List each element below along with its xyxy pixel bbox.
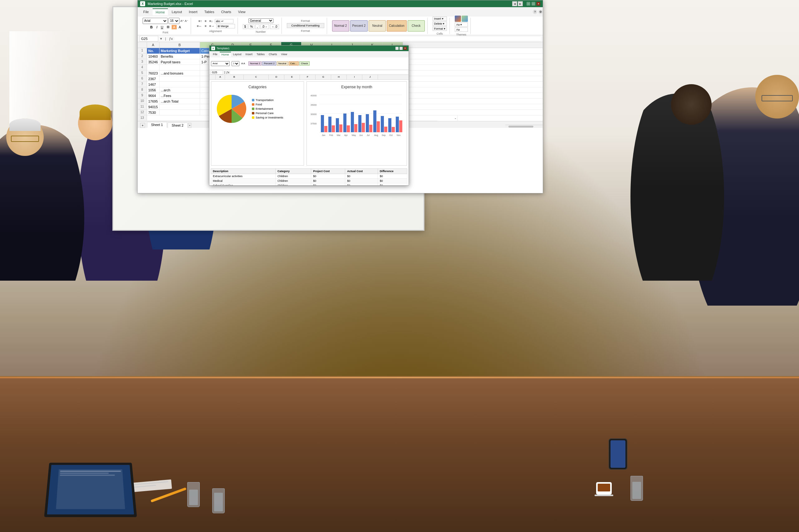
cell-cat-2[interactable]: Children — [275, 179, 311, 183]
themes-dropdown[interactable]: Aa ▾ — [455, 22, 468, 27]
minimize-btn[interactable]: ─ — [527, 2, 530, 6]
font-shrink[interactable]: A⁻ — [185, 19, 188, 22]
wrap-text[interactable]: abc ↵ — [215, 19, 234, 23]
cell-A12[interactable]: 7530 — [147, 110, 160, 115]
sec-fx[interactable]: ƒx — [226, 71, 230, 74]
formula-input[interactable] — [175, 37, 541, 40]
cell-actual-1[interactable]: $0 — [345, 174, 378, 179]
add-sheet-btn[interactable]: + — [140, 123, 145, 128]
sec-tab-home[interactable]: Home — [220, 52, 231, 57]
cell-desc-3[interactable]: School Supplies — [211, 183, 276, 186]
sec-col-J[interactable]: J — [362, 75, 378, 79]
cell-desc-2[interactable]: Medical — [211, 179, 276, 183]
cell-A8[interactable]: 1056 — [147, 87, 160, 93]
secondary-maximize[interactable]: □ — [399, 47, 403, 50]
col-header-B[interactable]: B — [160, 42, 200, 48]
increase-decimal[interactable]: .0→ — [260, 24, 269, 29]
sheet-tab-1[interactable]: Sheet 1 — [147, 122, 167, 128]
cell-proj-1[interactable]: $0 — [311, 174, 345, 179]
align-right[interactable]: ≡→ — [208, 24, 215, 28]
currency-btn[interactable]: $ — [243, 24, 248, 29]
sec-tab-charts[interactable]: Charts — [267, 52, 279, 56]
borders-btn[interactable]: ⊞ — [165, 25, 171, 29]
cell-L13[interactable]: - — [437, 115, 457, 121]
sec-cell-ref[interactable] — [211, 70, 223, 75]
sec-col-C[interactable]: C — [244, 75, 269, 79]
italic-btn[interactable]: I — [155, 25, 159, 29]
col-header-A[interactable]: A — [147, 42, 160, 48]
delete-cells-btn[interactable]: Delete ▾ — [433, 21, 447, 26]
sec-percent2[interactable]: Percent 2 — [262, 61, 276, 65]
maximize-btn[interactable]: □ — [531, 2, 535, 6]
cell-cat-1[interactable]: Children — [275, 174, 311, 179]
cell-cat-3[interactable]: Children — [275, 183, 311, 186]
tab-layout[interactable]: Layout — [168, 9, 185, 15]
sec-tab-layout[interactable]: Layout — [231, 52, 243, 56]
cell-B1[interactable]: Marketing Budget — [160, 48, 200, 54]
align-left[interactable]: ≡← — [196, 24, 203, 28]
cell-A1[interactable]: No. — [147, 48, 160, 54]
theme-2[interactable] — [461, 16, 468, 22]
cell-B7[interactable] — [160, 82, 200, 87]
tab-charts[interactable]: Charts — [218, 9, 234, 15]
cell-B5[interactable]: ...and bonuses — [160, 71, 200, 76]
tab-file[interactable]: File — [140, 9, 152, 15]
sec-check[interactable]: Check — [299, 61, 310, 65]
theme-1[interactable] — [455, 16, 461, 22]
tab-insert[interactable]: Insert — [186, 9, 201, 15]
cell-desc-1[interactable]: Extracurricular activities — [211, 174, 276, 179]
cell-actual-3[interactable]: $0 — [345, 183, 378, 186]
cell-B4[interactable] — [160, 65, 200, 71]
sec-col-H[interactable]: H — [331, 75, 347, 79]
style-neutral-btn[interactable]: Neutral — [369, 20, 386, 32]
sec-neutral[interactable]: Neutral — [277, 61, 288, 65]
sec-size-select[interactable]: 11 — [232, 61, 239, 66]
help-btn[interactable]: ? — [533, 10, 537, 14]
cell-A11[interactable]: 94015 — [147, 104, 160, 110]
align-bottom[interactable]: ≡↓ — [208, 19, 214, 23]
sec-tab-view[interactable]: View — [279, 52, 289, 56]
cell-B12[interactable] — [160, 110, 200, 115]
decrease-decimal[interactable]: ←.0 — [270, 24, 279, 29]
align-center[interactable]: ≡ — [204, 24, 207, 28]
sec-col-A[interactable]: A — [216, 75, 225, 79]
cell-proj-3[interactable]: $0 — [311, 183, 345, 186]
font-size-selector[interactable]: 16 — [168, 18, 180, 24]
comma-btn[interactable]: , — [255, 24, 259, 29]
style-calculation-btn[interactable]: Calculation — [387, 20, 406, 32]
font-selector[interactable]: Arial — [143, 18, 168, 24]
close-btn[interactable]: ✕ — [537, 2, 540, 6]
number-format-select[interactable]: General — [249, 18, 273, 23]
cell-B2[interactable]: Benefits — [160, 54, 200, 59]
sec-col-G[interactable]: G — [315, 75, 331, 79]
bold-btn[interactable]: B — [149, 25, 154, 30]
align-top[interactable]: ≡↑ — [198, 19, 203, 23]
cell-A4[interactable] — [147, 65, 160, 71]
style-percent2-btn[interactable]: Percent 2 — [350, 20, 368, 32]
sec-tab-tables[interactable]: Tables — [255, 52, 267, 56]
sec-font-select[interactable]: Arial — [211, 61, 230, 66]
settings-btn[interactable]: ⚙ — [539, 10, 543, 14]
cell-A10[interactable]: 17695 — [147, 98, 160, 104]
sheet-tab-2[interactable]: Sheet 2 — [168, 122, 187, 128]
cell-B3[interactable]: Payroll taxes — [160, 59, 200, 65]
cell-diff-2[interactable]: $0 — [378, 179, 407, 183]
cell-diff-1[interactable]: $0 — [378, 174, 407, 179]
cell-A2[interactable]: 10460 — [147, 54, 160, 59]
format-cells-btn[interactable]: Format ▾ — [433, 26, 447, 31]
percent-btn[interactable]: % — [249, 24, 254, 29]
function-btn[interactable]: ƒx — [169, 37, 173, 40]
style-check-btn[interactable]: Check — [407, 20, 425, 32]
sec-col-I[interactable]: I — [347, 75, 362, 79]
cell-A3[interactable]: 35246 — [147, 59, 160, 65]
sec-col-D[interactable]: D — [269, 75, 284, 79]
style-normal2-btn[interactable]: Normal 2 — [332, 20, 349, 32]
nav-forward[interactable]: ▶ — [518, 1, 523, 6]
tab-tables[interactable]: Tables — [201, 9, 218, 15]
sec-col-B[interactable]: B — [225, 75, 244, 79]
cell-B8[interactable]: ...arch — [160, 87, 200, 93]
themes-more[interactable]: Aa — [455, 27, 468, 32]
cell-A5[interactable]: 76023 — [147, 71, 160, 76]
fill-color-btn[interactable]: A — [172, 25, 176, 29]
insert-cells-btn[interactable]: Insert ▾ — [433, 17, 447, 21]
